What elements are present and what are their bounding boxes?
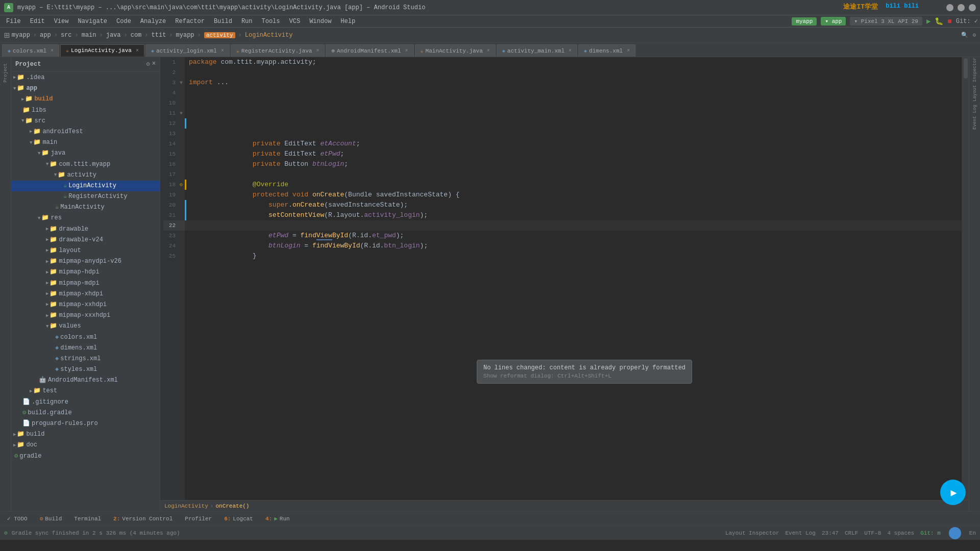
tree-build-gradle[interactable]: ⚙build.gradle [11,408,160,418]
tree-activity-folder[interactable]: ▼📁activity [11,170,160,181]
tab-version-control[interactable]: 2: Version Control [108,513,178,524]
menu-build[interactable]: Build [210,17,236,26]
tab-close-activity-login[interactable]: × [221,48,224,54]
menu-refactor[interactable]: Refactor [171,17,209,26]
module-selector[interactable]: myapp [792,17,817,26]
breadcrumb-com[interactable]: com [131,32,142,39]
tree-res[interactable]: ▼📁res [11,213,160,223]
tab-close-login[interactable]: × [136,48,139,54]
tab-run[interactable]: 4: ▶ Run [260,513,295,524]
run-button[interactable]: ▶ [926,17,930,26]
tree-androidtest[interactable]: ▶📁androidTest [11,127,160,137]
tree-src[interactable]: ▼📁src [11,116,160,127]
tree-layout[interactable]: ▶📁layout [11,245,160,256]
tree-package[interactable]: ▼📁com.ttit.myapp [11,159,160,170]
tree-drawable-v24[interactable]: ▶📁drawable-v24 [11,235,160,245]
tree-mipmap-hdpi[interactable]: ▶📁mipmap-hdpi [11,267,160,278]
menu-view[interactable]: View [50,17,73,26]
tree-gradle[interactable]: ⚙gradle [11,451,160,462]
breadcrumb-ttit[interactable]: ttit [152,32,166,39]
menu-file[interactable]: File [2,17,25,26]
tree-build[interactable]: ▶📁build [11,94,160,105]
menu-vcs[interactable]: VCS [285,17,305,26]
language-indicator[interactable]: En [969,530,976,536]
tree-root-build[interactable]: ▶📁build [11,429,160,440]
menu-edit[interactable]: Edit [26,17,49,26]
debug-button[interactable]: 🐛 [935,17,943,26]
tree-test[interactable]: ▶📁test [11,386,160,396]
tree-values[interactable]: ▼📁values [11,321,160,332]
code-empty-space[interactable] [163,261,962,500]
nav-gear-icon[interactable]: ⚙ [972,32,976,38]
layout-inspector-button[interactable]: Layout Inspector [725,530,779,536]
tab-profiler[interactable]: Profiler [180,513,217,524]
tab-activity-login-xml[interactable]: ◈ activity_login.xml × [145,44,230,57]
indent[interactable]: 4 spaces [887,530,914,536]
tree-idea[interactable]: ▶📁.idea [11,72,160,83]
breadcrumb-activity[interactable]: activity [204,32,235,38]
charset[interactable]: UTF-8 [864,530,881,536]
folder-icon[interactable]: ⊞ [4,30,10,41]
tab-androidmanifest-xml[interactable]: ⊕ AndroidManifest.xml × [326,44,413,57]
tree-strings-xml[interactable]: ◈strings.xml [11,354,160,364]
tree-app[interactable]: ▼📁app [11,83,160,94]
tab-activity-main-xml[interactable]: ◈ activity_main.xml × [497,44,577,57]
menu-navigate[interactable]: Navigate [74,17,111,26]
panel-close-icon[interactable]: × [152,60,156,68]
tree-drawable[interactable]: ▶📁drawable [11,224,160,235]
tab-close-main[interactable]: × [487,48,490,54]
breadcrumb-app[interactable]: app [40,32,51,39]
stop-button[interactable]: ■ [947,17,951,26]
user-avatar[interactable] [949,527,961,539]
tab-colors-xml[interactable]: ◈ colors.xml × [2,44,59,57]
tab-close-colors[interactable]: × [51,48,54,54]
tree-mipmap-anydpi[interactable]: ▶📁mipmap-anydpi-v26 [11,256,160,267]
tree-colors-xml[interactable]: ◈colors.xml [11,332,160,343]
tree-mainactivity[interactable]: ☕MainActivity [11,202,160,213]
breadcrumb-main[interactable]: main [82,32,96,39]
tree-doc[interactable]: ▶📁doc [11,440,160,450]
breadcrumb-myapp[interactable]: myapp [12,32,30,39]
tree-gitignore[interactable]: 📄.gitignore [11,397,160,408]
menu-analyze[interactable]: Analyze [136,17,170,26]
menu-run[interactable]: Run [237,17,257,26]
tree-mipmap-xxxhdpi[interactable]: ▶📁mipmap-xxxhdpi [11,310,160,321]
tree-proguard[interactable]: 📄proguard-rules.pro [11,418,160,429]
tree-loginactivity[interactable]: ☕LoginActivity [11,181,160,191]
layout-inspector-icon[interactable]: Layout Inspector [970,59,979,100]
tree-mipmap-xxhdpi[interactable]: ▶📁mipmap-xxhdpi [11,299,160,310]
maximize-button[interactable] [958,4,965,11]
tree-main[interactable]: ▼📁main [11,137,160,148]
tree-registeractivity[interactable]: ☕RegisterActivity [11,191,160,202]
bottom-breadcrumb-oncreate[interactable]: onCreate() [215,503,249,509]
menu-tools[interactable]: Tools [258,17,284,26]
tab-logcat[interactable]: 6: Logcat [219,513,258,524]
breadcrumb-loginactivity[interactable]: LoginActivity [245,32,293,39]
menu-help[interactable]: Help [336,17,359,26]
tab-registeractivity-java[interactable]: ☕ RegisterActivity.java × [231,44,325,57]
bottom-breadcrumb-loginactivity[interactable]: LoginActivity [164,503,208,509]
breadcrumb-java[interactable]: java [106,32,121,39]
tab-close-dimens[interactable]: × [627,48,630,54]
tab-build[interactable]: ⚙ Build [35,513,67,524]
menu-code[interactable]: Code [112,17,135,26]
panel-settings-icon[interactable]: ⚙ [146,60,150,68]
line-ending[interactable]: CRLF [845,530,858,536]
tab-terminal[interactable]: Terminal [69,513,106,524]
device-selector[interactable]: ▾ Pixel 3 XL API 29 [850,17,922,26]
tree-libs[interactable]: 📁libs [11,105,160,116]
tree-java[interactable]: ▼📁java [11,148,160,159]
nav-search-icon[interactable]: 🔍 [961,32,968,38]
tree-mipmap-mdpi[interactable]: ▶📁mipmap-mdpi [11,278,160,289]
tree-mipmap-xhdpi[interactable]: ▶📁mipmap-xhdpi [11,289,160,299]
tab-close-register[interactable]: × [316,48,319,54]
bilibili-float-button[interactable]: ▶ [940,480,966,505]
breadcrumb-src[interactable]: src [61,32,72,39]
tab-dimens-xml[interactable]: ◈ dimens.xml × [578,44,635,57]
event-log-icon[interactable]: Event Log [970,102,979,133]
tab-mainactivity-java[interactable]: ☕ MainActivity.java × [415,44,496,57]
tree-styles-xml[interactable]: ◈styles.xml [11,364,160,375]
minimize-button[interactable] [946,4,953,11]
breadcrumb-myapp2[interactable]: myapp [176,32,194,39]
tab-todo[interactable]: ✓ TODO [2,513,33,524]
